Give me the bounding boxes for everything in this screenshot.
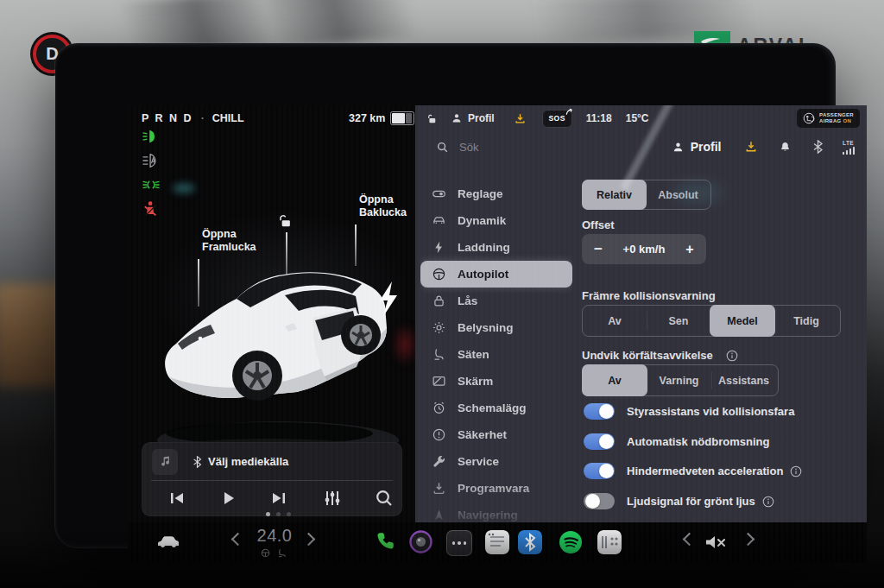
clock: 11:18 — [586, 112, 612, 124]
sidebar-item-service[interactable]: Service — [420, 448, 572, 475]
decrease-offset-button[interactable]: − — [582, 241, 615, 258]
signal-bars-icon — [843, 147, 856, 155]
offset-value: +0 km/h — [615, 243, 673, 256]
previous-track-button[interactable] — [167, 488, 187, 509]
telltale-lamps — [142, 128, 164, 218]
segment-option-tidig[interactable]: Tidig — [774, 306, 838, 336]
vehicle-visualization — [140, 249, 413, 470]
offset-stepper: − +0 km/h + — [582, 234, 706, 264]
segment-option-sen[interactable]: Sen — [647, 306, 710, 336]
media-controls — [142, 481, 401, 515]
sidebar-item-belysning[interactable]: Belysning — [420, 314, 572, 341]
equalizer-button[interactable] — [322, 488, 343, 509]
media-player-card: Välj mediekälla — [142, 442, 402, 516]
cellular-signal: LTE — [843, 140, 856, 155]
bluetooth-icon[interactable] — [812, 140, 824, 154]
bolt-icon — [432, 240, 446, 255]
segment-option-varning[interactable]: Varning — [647, 365, 711, 395]
software-update-icon[interactable] — [514, 112, 527, 125]
toggle-row-steering-assist: Styrassistans vid kollisionsfara — [584, 403, 794, 420]
toggle-row-green-light-chime: Ljudsignal för grönt ljus — [584, 493, 774, 509]
wrench-icon — [432, 454, 446, 469]
separator-dot: · — [201, 112, 205, 124]
seat-icon — [432, 347, 446, 362]
auto-high-beam-icon — [142, 152, 161, 169]
segment-option-av[interactable]: Av — [583, 306, 647, 336]
software-update-icon[interactable] — [744, 140, 758, 154]
sidebar-item-skarm[interactable]: Skärm — [420, 368, 572, 395]
media-source-row[interactable]: Välj mediekälla — [142, 443, 401, 480]
profile-label[interactable]: Profil — [468, 112, 495, 124]
low-beam-icon — [142, 128, 161, 145]
display-icon — [432, 374, 446, 389]
car-icon — [432, 213, 446, 228]
sidebar-item-saten[interactable]: Säten — [420, 341, 572, 368]
info-icon[interactable] — [726, 350, 738, 362]
increase-offset-button[interactable]: + — [673, 242, 706, 257]
photo-scene: D DAAL BIL ARVAL BNP PARIBAS GROUP P R N… — [0, 0, 884, 588]
gear-indicator: P R N D — [142, 112, 193, 124]
toggle-row-emergency-braking: Automatisk nödbromsning — [584, 433, 769, 450]
tab-relativ[interactable]: Relativ — [582, 180, 647, 210]
music-note-icon — [152, 449, 178, 475]
clock-icon — [432, 401, 446, 415]
forward-collision-warning-label: Främre kollisionsvarning — [582, 289, 716, 302]
passenger-airbag-badge: PASSENGER AIRBAG ON — [797, 109, 860, 128]
segment-option-assistans[interactable]: Assistans — [711, 365, 776, 395]
play-button[interactable] — [218, 488, 238, 509]
media-source-label: Välj mediekälla — [208, 455, 288, 468]
notifications-icon[interactable] — [779, 141, 792, 154]
center-display-screen: P R N D · CHILL 327 km — [128, 105, 867, 563]
status-bar-right: Profil SOS 11:18 15°C PASSENGER AIRBAG O… — [415, 105, 867, 131]
toggle-row-obstacle-acceleration: Hindermedveten acceleration — [584, 463, 802, 479]
download-icon — [432, 481, 446, 496]
info-icon[interactable] — [762, 496, 774, 508]
toggle-icon — [432, 187, 446, 201]
profile-label[interactable]: Profil — [691, 140, 722, 154]
drive-mode-indicator: CHILL — [212, 112, 244, 124]
segment-option-av[interactable]: Av — [582, 364, 647, 396]
page-indicator[interactable] — [266, 512, 291, 516]
toggle-emergency-braking[interactable] — [584, 433, 615, 450]
toggle-steering-assist[interactable] — [584, 403, 615, 420]
sidebar-item-sakerhet[interactable]: Säkerhet — [420, 421, 572, 448]
navigation-icon — [432, 508, 446, 522]
toggle-green-light-chime[interactable] — [584, 493, 615, 509]
open-trunk-button[interactable]: Öppna Baklucka — [359, 193, 407, 219]
range-value: 327 km — [349, 112, 385, 124]
profile-icon[interactable] — [672, 141, 685, 154]
media-search-button[interactable] — [374, 488, 395, 509]
outside-temperature: 15°C — [626, 112, 649, 124]
lane-departure-label: Undvik körfältsavvikelse — [582, 349, 738, 362]
sidebar-item-schemalagg[interactable]: Schemalägg — [420, 395, 572, 421]
offset-label: Offset — [582, 218, 615, 231]
light-icon — [432, 320, 446, 335]
sidebar-item-autopilot[interactable]: Autopilot — [420, 261, 572, 288]
center-display-bezel: P R N D · CHILL 327 km — [55, 43, 836, 547]
bluetooth-icon — [193, 456, 202, 468]
lock-icon — [432, 294, 446, 308]
network-type-label: LTE — [843, 140, 854, 146]
airbag-icon — [803, 112, 815, 124]
search-placeholder: Sök — [459, 141, 478, 154]
sidebar-item-dynamik[interactable]: Dynamik — [420, 207, 572, 234]
settings-panel: Profil SOS 11:18 15°C PASSENGER AIRBAG O… — [415, 105, 867, 522]
unlocked-icon[interactable] — [426, 112, 439, 125]
settings-menu: Reglage Dynamik Laddning Autopilot Lås — [420, 180, 572, 528]
info-icon[interactable] — [790, 465, 802, 477]
segment-option-medel[interactable]: Medel — [710, 305, 775, 337]
sidebar-item-las[interactable]: Lås — [420, 288, 572, 314]
seatbelt-warning-icon — [142, 200, 161, 218]
sidebar-item-programvara[interactable]: Programvara — [420, 475, 572, 502]
toggle-obstacle-acceleration[interactable] — [584, 463, 615, 479]
sidebar-item-laddning[interactable]: Laddning — [420, 234, 572, 261]
sos-badge: SOS — [542, 110, 572, 128]
steering-wheel-icon — [432, 267, 446, 281]
sidebar-item-reglage[interactable]: Reglage — [420, 180, 572, 207]
profile-icon[interactable] — [451, 112, 463, 124]
tail-light-glow — [392, 323, 418, 366]
search-icon — [436, 141, 449, 154]
reflection-spot — [173, 183, 195, 193]
lane-departure-control: Av Varning Assistans — [582, 364, 779, 396]
next-track-button[interactable] — [268, 488, 289, 509]
